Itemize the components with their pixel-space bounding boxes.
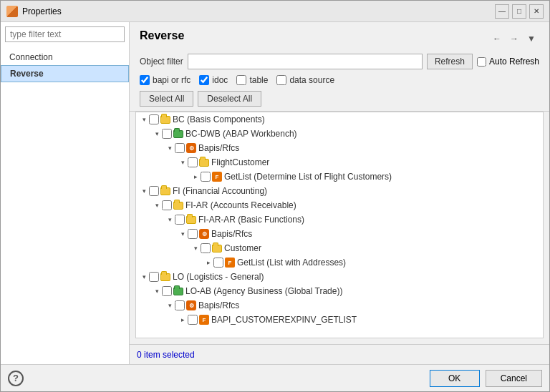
- table-checkbox[interactable]: [236, 75, 246, 85]
- object-filter-row: Object filter *cus*getList* Refresh Auto…: [140, 54, 539, 69]
- tree-node-checkbox[interactable]: [162, 200, 172, 210]
- tree-toggle-icon[interactable]: ▾: [178, 230, 188, 237]
- tree-node-label: FlightCustomer: [211, 157, 269, 167]
- function-icon: F: [225, 258, 235, 268]
- sidebar: Connection Reverse: [1, 22, 130, 364]
- folder-yellow-icon: [199, 159, 209, 167]
- select-all-button[interactable]: Select All: [140, 91, 193, 107]
- tree-node[interactable]: ▾FI (Financial Accounting): [136, 184, 543, 198]
- tree-node[interactable]: ▾FI-AR-AR (Basic Functions): [136, 212, 543, 227]
- tree-node-checkbox[interactable]: [201, 243, 211, 253]
- deselect-all-button[interactable]: Deselect All: [198, 91, 261, 107]
- tree-area[interactable]: ▾BC (Basis Components)▾BC-DWB (ABAP Work…: [135, 112, 544, 338]
- tree-toggle-icon[interactable]: ▾: [139, 116, 149, 123]
- back-button[interactable]: ←: [489, 31, 505, 46]
- tree-toggle-icon[interactable]: ▾: [165, 144, 175, 152]
- folder-green-icon: [173, 288, 183, 295]
- idoc-checkbox[interactable]: [199, 75, 209, 85]
- tree-toggle-icon[interactable]: ▾: [152, 202, 162, 209]
- tree-node-checkbox[interactable]: [162, 286, 172, 296]
- tree-node[interactable]: ▾FlightCustomer: [136, 155, 543, 170]
- sidebar-nav: Connection Reverse: [1, 46, 129, 85]
- title-bar: Properties — □ ✕: [1, 1, 549, 22]
- tree-node-checkbox[interactable]: [188, 157, 198, 167]
- tree-node-checkbox[interactable]: [162, 129, 172, 139]
- gear-icon: ⚙: [186, 300, 196, 310]
- folder-yellow-icon: [173, 202, 183, 210]
- tree-node[interactable]: ▸FGetList (List with Addresses): [136, 255, 543, 270]
- tree-toggle-icon[interactable]: ▾: [152, 288, 162, 295]
- window-title: Properties: [22, 6, 495, 16]
- auto-refresh-checkbox[interactable]: [477, 57, 486, 67]
- tree-node-checkbox[interactable]: [149, 114, 159, 124]
- tree-node[interactable]: ▾FI-AR (Accounts Receivable): [136, 198, 543, 212]
- close-button[interactable]: ✕: [529, 4, 544, 19]
- sidebar-item-reverse[interactable]: Reverse: [1, 65, 129, 82]
- tree-toggle-icon[interactable]: ▾: [152, 130, 162, 137]
- tree-toggle-icon[interactable]: ▾: [178, 159, 188, 166]
- bottom-bar: ? OK Cancel: [1, 364, 549, 391]
- tree-node-checkbox[interactable]: [175, 143, 185, 153]
- tree-node[interactable]: ▸FGetList (Determine List of Flight Cust…: [136, 170, 543, 184]
- tree-node-checkbox[interactable]: [149, 272, 159, 282]
- filter-input[interactable]: [5, 26, 125, 42]
- dropdown-button[interactable]: ▼: [524, 31, 539, 46]
- tree-toggle-icon[interactable]: ▸: [203, 259, 213, 266]
- tree-toggle-icon[interactable]: ▾: [139, 273, 149, 280]
- gear-icon: ⚙: [199, 229, 209, 239]
- tree-toggle-icon[interactable]: ▸: [178, 316, 188, 323]
- tree-node-checkbox[interactable]: [213, 258, 223, 268]
- tree-node-checkbox[interactable]: [175, 300, 185, 310]
- tree-node-checkbox[interactable]: [188, 315, 198, 325]
- ok-button[interactable]: OK: [430, 370, 480, 387]
- refresh-button[interactable]: Refresh: [427, 54, 473, 69]
- tree-node[interactable]: ▾⚙Bapis/Rfcs: [136, 227, 543, 241]
- bapi-checkbox-item[interactable]: bapi or rfc: [140, 75, 190, 85]
- function-icon: F: [199, 315, 209, 325]
- table-checkbox-item[interactable]: table: [236, 75, 268, 85]
- datasource-checkbox-item[interactable]: data source: [276, 75, 334, 85]
- idoc-checkbox-item[interactable]: idoc: [199, 75, 228, 85]
- maximize-button[interactable]: □: [512, 4, 526, 19]
- tree-node-label: Bapis/Rfcs: [198, 143, 239, 153]
- minimize-button[interactable]: —: [495, 4, 509, 19]
- tree-node-label: FI-AR (Accounts Receivable): [185, 200, 296, 210]
- tree-toggle-icon[interactable]: ▾: [165, 302, 175, 309]
- tree-node-checkbox[interactable]: [175, 215, 185, 225]
- tree-node[interactable]: ▸FBAPI_CUSTOMEREXPINV_GETLIST: [136, 313, 543, 327]
- tree-node-checkbox[interactable]: [188, 229, 198, 239]
- tree-node-checkbox[interactable]: [201, 172, 211, 182]
- window-icon: [6, 6, 18, 17]
- tree-toggle-icon[interactable]: ▾: [165, 216, 175, 223]
- folder-yellow-icon: [160, 187, 170, 195]
- tree-node[interactable]: ▾⚙Bapis/Rfcs: [136, 298, 543, 313]
- datasource-label: data source: [289, 75, 334, 85]
- tree-node[interactable]: ▾BC-DWB (ABAP Workbench): [136, 127, 543, 141]
- tree-node[interactable]: ▾LO (Logistics - General): [136, 270, 543, 284]
- tree-node[interactable]: ▾⚙Bapis/Rfcs: [136, 141, 543, 155]
- tree-node-checkbox[interactable]: [149, 186, 159, 196]
- cancel-button[interactable]: Cancel: [486, 370, 542, 387]
- forward-button[interactable]: →: [506, 31, 522, 46]
- tree-toggle-icon[interactable]: ▾: [190, 245, 201, 252]
- bapi-checkbox[interactable]: [140, 75, 150, 85]
- tree-node[interactable]: ▾LO-AB (Agency Business (Global Trade)): [136, 284, 543, 298]
- tree-node-label: Bapis/Rfcs: [198, 300, 239, 310]
- status-bar: 0 item selected: [130, 344, 549, 364]
- folder-yellow-icon: [212, 245, 222, 253]
- sidebar-item-connection[interactable]: Connection: [1, 49, 129, 65]
- tree-toggle-icon[interactable]: ▾: [139, 187, 149, 195]
- tree-node[interactable]: ▾Customer: [136, 241, 543, 255]
- tree-toggle-icon[interactable]: ▸: [190, 173, 201, 180]
- tree-node[interactable]: ▾BC (Basis Components): [136, 112, 543, 127]
- help-button[interactable]: ?: [8, 371, 24, 386]
- window-controls: — □ ✕: [495, 4, 544, 19]
- panel-header: Reverse ← → ▼ Object filter *cus*getList…: [130, 22, 549, 112]
- datasource-checkbox[interactable]: [276, 75, 286, 85]
- folder-green-icon: [173, 130, 183, 138]
- tree-node-label: LO-AB (Agency Business (Global Trade)): [185, 286, 342, 296]
- folder-yellow-icon: [160, 273, 170, 281]
- tree-node-label: BC (Basis Components): [173, 114, 265, 124]
- tree-node-label: Bapis/Rfcs: [211, 229, 252, 239]
- object-filter-input[interactable]: *cus*getList*: [188, 54, 423, 69]
